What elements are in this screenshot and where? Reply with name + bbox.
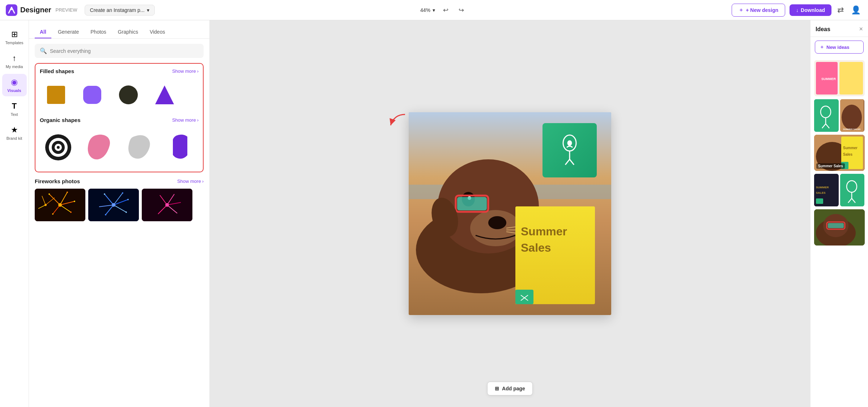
main-area: ⊞ Templates ↑ My media ◉ Visuals T Text … bbox=[0, 20, 868, 407]
templates-label: Templates bbox=[5, 41, 23, 45]
filled-shapes-grid bbox=[40, 79, 199, 111]
filled-shapes-header: Filled shapes Show more › bbox=[40, 68, 199, 74]
organic-shapes-title: Organic shapes bbox=[40, 117, 81, 123]
panel-content: Filled shapes Show more › bbox=[29, 63, 209, 407]
sidebar-item-visuals[interactable]: ◉ Visuals bbox=[2, 74, 27, 96]
fireworks-photo-1[interactable] bbox=[35, 189, 85, 221]
filled-shapes-show-more[interactable]: Show more › bbox=[172, 68, 199, 74]
left-nav: ⊞ Templates ↑ My media ◉ Visuals T Text … bbox=[0, 20, 29, 407]
fireworks-photo-3[interactable] bbox=[142, 189, 192, 221]
organic-shapes-section: Organic shapes Show more › bbox=[40, 117, 199, 167]
organic-shape-pink-blob[interactable] bbox=[80, 127, 117, 167]
app-logo: Designer PREVIEW bbox=[6, 4, 77, 16]
arrow-annotation bbox=[387, 111, 409, 134]
project-name-button[interactable]: Create an Instagram p... ▾ bbox=[85, 5, 155, 16]
ideas-title: Ideas bbox=[816, 26, 830, 33]
sidebar-item-text[interactable]: T Text bbox=[2, 98, 27, 120]
filled-shapes-title: Filled shapes bbox=[40, 68, 74, 74]
svg-rect-97 bbox=[816, 198, 823, 204]
tab-generate[interactable]: Generate bbox=[53, 26, 84, 38]
visuals-icon: ◉ bbox=[11, 77, 18, 87]
sidebar-item-templates[interactable]: ⊞ Templates bbox=[2, 26, 27, 49]
chevron-right-icon: › bbox=[202, 179, 204, 184]
ideas-thumbnails: SUMMER bbox=[810, 57, 868, 407]
svg-point-35 bbox=[104, 193, 105, 195]
svg-point-18 bbox=[48, 193, 50, 195]
undo-button[interactable]: ↩ bbox=[441, 4, 451, 16]
panel-tabs: All Generate Photos Graphics Videos bbox=[29, 20, 209, 39]
add-page-label: Add page bbox=[502, 386, 525, 391]
ideas-header: Ideas × bbox=[810, 20, 868, 37]
my-media-icon: ↑ bbox=[12, 54, 16, 63]
organic-shape-gray-blob[interactable] bbox=[121, 127, 158, 167]
sidebar-item-my-media[interactable]: ↑ My media bbox=[2, 50, 27, 72]
svg-rect-58 bbox=[457, 197, 487, 210]
svg-point-1 bbox=[11, 9, 12, 10]
zoom-control[interactable]: 44% ▾ bbox=[420, 7, 435, 13]
preview-label: PREVIEW bbox=[56, 7, 77, 13]
text-label: Text bbox=[10, 112, 18, 117]
organic-shapes-show-more[interactable]: Show more › bbox=[172, 117, 199, 123]
fireworks-grid bbox=[35, 189, 204, 221]
filled-shape-dark-circle[interactable] bbox=[112, 79, 145, 111]
text-icon: T bbox=[12, 101, 17, 111]
idea-thumb-1[interactable]: SUMMER bbox=[814, 60, 865, 96]
filled-shape-yellow-square[interactable] bbox=[40, 79, 72, 111]
chevron-right-icon: › bbox=[197, 68, 199, 74]
idea-thumb-3[interactable]: Summer Sales Summer Sales bbox=[814, 135, 865, 171]
search-bar: 🔍 bbox=[35, 44, 204, 58]
svg-point-54 bbox=[488, 216, 506, 229]
my-media-label: My media bbox=[6, 64, 23, 69]
idea-thumb-2a[interactable] bbox=[814, 99, 839, 132]
visuals-label: Visuals bbox=[7, 88, 21, 93]
canvas-mockup[interactable]: Summer Sales bbox=[409, 112, 611, 315]
dog-scene: Summer Sales bbox=[409, 112, 611, 315]
ideas-close-button[interactable]: × bbox=[859, 25, 863, 33]
fireworks-photos-show-more[interactable]: Show more › bbox=[177, 179, 204, 184]
sidebar-item-brand[interactable]: ★ Brand kit bbox=[2, 122, 27, 144]
chevron-down-icon: ▾ bbox=[147, 7, 149, 13]
brand-icon: ★ bbox=[11, 125, 18, 135]
new-ideas-button[interactable]: ＋ New ideas bbox=[815, 41, 864, 54]
plus-icon: ＋ bbox=[739, 7, 744, 13]
zoom-value: 44% bbox=[420, 7, 430, 13]
svg-point-20 bbox=[74, 201, 75, 202]
idea-thumb-2-row: SUMMER SALES bbox=[814, 99, 864, 132]
idea-thumb-2b[interactable]: SUMMER SALES bbox=[840, 99, 865, 132]
plus-icon: ＋ bbox=[820, 44, 824, 50]
search-input[interactable] bbox=[50, 48, 199, 54]
svg-point-22 bbox=[52, 213, 54, 215]
svg-point-46 bbox=[165, 203, 169, 207]
templates-icon: ⊞ bbox=[11, 30, 18, 39]
organic-shape-target[interactable] bbox=[40, 127, 77, 167]
add-page-icon: ⊞ bbox=[495, 386, 499, 391]
visuals-panel: All Generate Photos Graphics Videos 🔍 bbox=[29, 20, 210, 407]
download-label: Download bbox=[801, 7, 825, 13]
idea-thumb-5[interactable] bbox=[814, 209, 865, 246]
svg-point-26 bbox=[44, 204, 47, 206]
tab-videos[interactable]: Videos bbox=[145, 26, 170, 38]
svg-text:Summer: Summer bbox=[521, 225, 567, 238]
download-button[interactable]: ↓ Download bbox=[790, 4, 831, 16]
idea-thumb-4a[interactable]: SUMMER SALES bbox=[814, 174, 839, 206]
account-button[interactable]: 👤 bbox=[850, 4, 862, 16]
svg-point-68 bbox=[568, 141, 571, 145]
tab-all[interactable]: All bbox=[35, 26, 51, 38]
svg-text:Summer: Summer bbox=[843, 146, 858, 150]
organic-shape-partial[interactable] bbox=[162, 127, 199, 167]
fireworks-photo-2[interactable] bbox=[88, 189, 139, 221]
redo-button[interactable]: ↪ bbox=[456, 4, 466, 16]
svg-point-36 bbox=[122, 192, 123, 194]
idea-thumb-4a-svg: SUMMER SALES bbox=[814, 174, 838, 206]
filled-shape-purple-square[interactable] bbox=[76, 79, 109, 111]
idea-thumb-4b[interactable] bbox=[840, 174, 865, 206]
tab-graphics[interactable]: Graphics bbox=[113, 26, 143, 38]
new-design-button[interactable]: ＋ + New design bbox=[732, 4, 785, 17]
tab-photos[interactable]: Photos bbox=[85, 26, 111, 38]
svg-rect-78 bbox=[839, 62, 863, 95]
share-button[interactable]: ⇄ bbox=[836, 4, 845, 16]
topbar: Designer PREVIEW Create an Instagram p..… bbox=[0, 0, 868, 20]
filled-shape-purple-triangle[interactable] bbox=[148, 79, 181, 111]
add-page-button[interactable]: ⊞ Add page bbox=[487, 382, 533, 395]
thumb-3-label: Summer Sales bbox=[816, 163, 845, 169]
